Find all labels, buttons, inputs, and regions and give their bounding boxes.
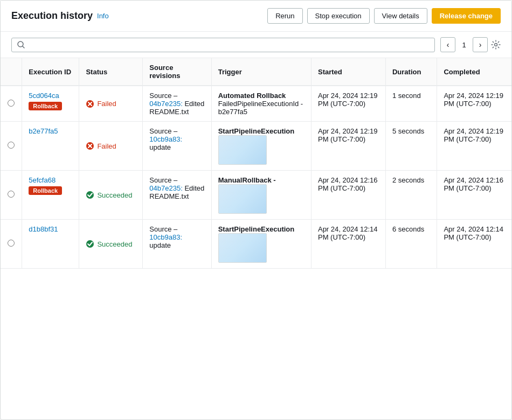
page-header: Execution history Info Rerun Stop execut… [1, 1, 511, 32]
rollback-badge: Rollback [29, 186, 62, 195]
svg-point-2 [495, 44, 497, 46]
duration-cell: 6 seconds [385, 220, 437, 269]
status-text: Succeeded [97, 240, 132, 248]
trigger-thumbnail [218, 184, 267, 214]
settings-button[interactable] [491, 40, 501, 50]
table-row: b2e77fa5FailedSource – 10cb9a83: updateS… [1, 122, 511, 171]
table-row: 5efcfa68RollbackSucceededSource – 04b7e2… [1, 171, 511, 220]
search-input[interactable] [28, 41, 429, 49]
col-started: Started [311, 58, 385, 86]
completed-cell: Apr 24, 2024 12:19 PM (UTC-7:00) [437, 86, 511, 122]
duration-cell: 5 seconds [385, 122, 437, 171]
status-text: Succeeded [97, 191, 132, 199]
trigger-title: StartPipelineExecution [218, 127, 295, 135]
rerun-button[interactable]: Rerun [267, 8, 302, 24]
source-link[interactable]: 10cb9a83: [149, 233, 182, 241]
row-radio[interactable] [8, 240, 15, 247]
status-failed: Failed [86, 142, 136, 150]
row-radio[interactable] [8, 191, 15, 198]
trigger-thumbnail [218, 233, 267, 263]
pagination: ‹ 1 › [440, 37, 501, 52]
page-title: Execution history [11, 10, 93, 22]
trigger-title: ManualRollback - [218, 176, 276, 184]
completed-cell: Apr 24, 2024 12:19 PM (UTC-7:00) [437, 122, 511, 171]
executions-table: Execution ID Status Source revisions Tri… [1, 58, 511, 269]
trigger-detail: FailedPipelineExecutionId - b2e77fa5 [218, 100, 303, 116]
col-select [1, 58, 22, 86]
started-cell: Apr 24, 2024 12:14 PM (UTC-7:00) [311, 220, 385, 269]
header-actions: Rerun Stop execution View details Releas… [267, 8, 501, 24]
status-failed: Failed [86, 100, 136, 108]
duration-cell: 2 seconds [385, 171, 437, 220]
table-row: d1b8bf31SucceededSource – 10cb9a83: upda… [1, 220, 511, 269]
trigger-title: StartPipelineExecution [218, 225, 295, 233]
started-cell: Apr 24, 2024 12:16 PM (UTC-7:00) [311, 171, 385, 220]
status-text: Failed [97, 100, 116, 108]
started-cell: Apr 24, 2024 12:19 PM (UTC-7:00) [311, 122, 385, 171]
trigger-title: Automated Rollback [218, 92, 286, 100]
source-link[interactable]: 10cb9a83: [149, 135, 182, 143]
release-change-button[interactable]: Release change [432, 8, 501, 24]
search-row: ‹ 1 › [1, 32, 511, 58]
search-icon [17, 41, 25, 48]
next-page-button[interactable]: › [473, 37, 488, 52]
execution-id-link[interactable]: 5cd064ca [29, 92, 72, 100]
svg-line-1 [23, 46, 24, 48]
failed-icon [86, 100, 94, 108]
source-link[interactable]: 04b7e235: [149, 100, 182, 108]
col-source-revisions: Source revisions [143, 58, 211, 86]
execution-id-link[interactable]: d1b8bf31 [29, 225, 72, 233]
completed-cell: Apr 24, 2024 12:14 PM (UTC-7:00) [437, 220, 511, 269]
source-link[interactable]: 04b7e235: [149, 184, 182, 192]
page-number: 1 [459, 41, 469, 49]
col-execution-id: Execution ID [22, 58, 79, 86]
col-completed: Completed [437, 58, 511, 86]
prev-page-button[interactable]: ‹ [440, 37, 455, 52]
source-prefix: Source – [149, 92, 177, 100]
status-succeeded: Succeeded [86, 240, 136, 248]
stop-execution-button[interactable]: Stop execution [307, 8, 370, 24]
succeeded-icon [86, 240, 94, 248]
source-prefix: Source – [149, 176, 177, 184]
col-duration: Duration [385, 58, 437, 86]
failed-icon [86, 142, 94, 150]
source-detail: update [149, 241, 171, 249]
status-succeeded: Succeeded [86, 191, 136, 199]
succeeded-icon [86, 191, 94, 199]
rollback-badge: Rollback [29, 102, 62, 110]
execution-id-link[interactable]: 5efcfa68 [29, 176, 72, 184]
source-detail: update [149, 143, 171, 151]
row-radio[interactable] [8, 100, 15, 107]
view-details-button[interactable]: View details [374, 8, 427, 24]
completed-cell: Apr 24, 2024 12:16 PM (UTC-7:00) [437, 171, 511, 220]
table-row: 5cd064caRollbackFailedSource – 04b7e235:… [1, 86, 511, 122]
row-radio[interactable] [8, 142, 15, 149]
search-input-wrap [11, 38, 435, 52]
col-trigger: Trigger [211, 58, 311, 86]
info-link[interactable]: Info [97, 12, 109, 20]
source-prefix: Source – [149, 225, 177, 233]
duration-cell: 1 second [385, 86, 437, 122]
col-status: Status [79, 58, 143, 86]
status-text: Failed [97, 142, 116, 150]
gear-icon [491, 40, 501, 50]
started-cell: Apr 24, 2024 12:19 PM (UTC-7:00) [311, 86, 385, 122]
trigger-thumbnail [218, 135, 267, 165]
execution-id-link[interactable]: b2e77fa5 [29, 127, 72, 135]
source-prefix: Source – [149, 127, 177, 135]
